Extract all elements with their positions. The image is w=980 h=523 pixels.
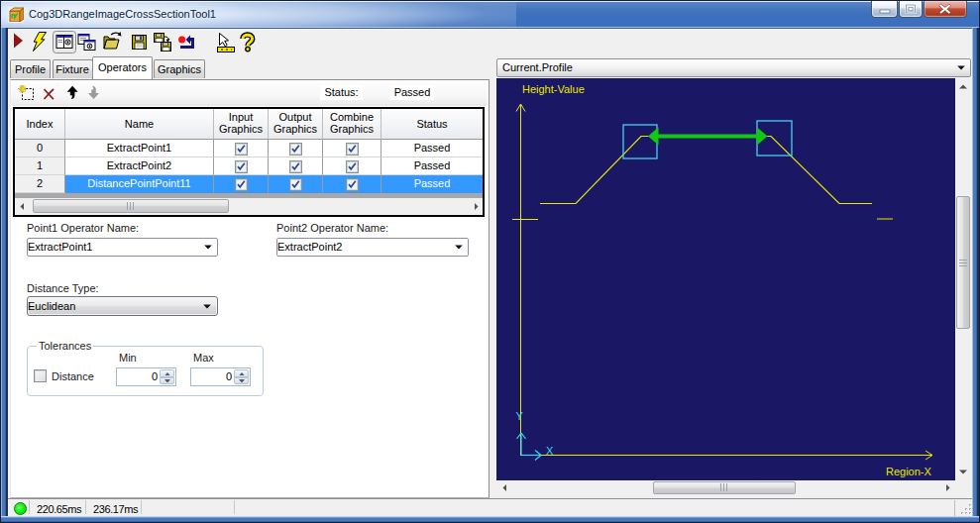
svg-text:X: X — [546, 445, 554, 457]
svg-text:Region-X: Region-X — [886, 466, 932, 477]
svg-text:Y: Y — [516, 410, 524, 422]
svg-text:Height-Value: Height-Value — [522, 83, 585, 95]
